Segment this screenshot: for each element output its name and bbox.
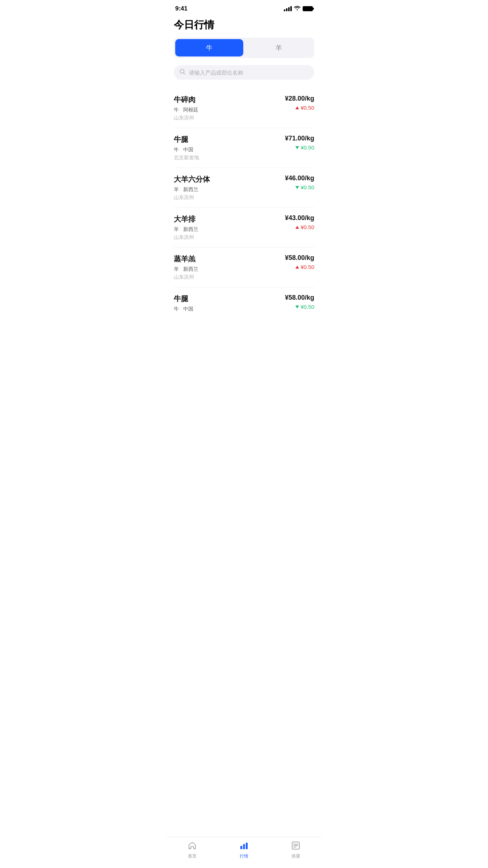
change-arrow-up bbox=[295, 226, 299, 229]
product-name: 牛碎肉 bbox=[174, 95, 198, 105]
nav-market[interactable]: 行情 bbox=[233, 841, 255, 859]
tab-cattle[interactable]: 牛 bbox=[175, 39, 243, 56]
product-left: 牛碎肉 牛 阿根廷 山东滨州 bbox=[174, 95, 198, 121]
signal-icon bbox=[284, 6, 292, 11]
product-type: 羊 bbox=[174, 266, 179, 273]
product-meta: 牛 中国 bbox=[174, 306, 193, 312]
product-price: ¥46.00/kg bbox=[285, 174, 314, 182]
page-title: 今日行情 bbox=[167, 15, 321, 38]
product-type: 牛 bbox=[174, 306, 179, 312]
product-change: ¥0.50 bbox=[285, 144, 314, 151]
product-origin: 新西兰 bbox=[183, 266, 198, 273]
product-right: ¥58.00/kg ¥0.50 bbox=[285, 294, 314, 310]
status-bar: 9:41 bbox=[167, 0, 321, 15]
product-left: 牛腿 牛 中国 bbox=[174, 294, 193, 314]
change-value: ¥0.50 bbox=[300, 184, 314, 190]
search-icon bbox=[180, 69, 185, 76]
nav-market-label: 行情 bbox=[240, 853, 248, 859]
product-name: 大羊排 bbox=[174, 214, 198, 224]
product-change: ¥0.50 bbox=[285, 264, 314, 270]
product-name: 牛腿 bbox=[174, 135, 199, 144]
product-price: ¥71.00/kg bbox=[285, 135, 314, 142]
change-value: ¥0.50 bbox=[300, 105, 314, 111]
product-type: 牛 bbox=[174, 107, 179, 113]
product-left: 大羊六分体 羊 新西兰 山东滨州 bbox=[174, 174, 210, 201]
product-left: 蒸羊羔 羊 新西兰 山东滨州 bbox=[174, 254, 198, 281]
status-icons bbox=[284, 5, 313, 12]
product-location: 北京新发地 bbox=[174, 155, 199, 161]
product-location: 山东滨州 bbox=[174, 234, 198, 241]
product-origin: 中国 bbox=[183, 147, 193, 153]
product-price: ¥28.00/kg bbox=[285, 95, 314, 102]
nav-home-label: 首页 bbox=[188, 853, 197, 859]
product-change: ¥0.50 bbox=[285, 304, 314, 310]
change-value: ¥0.50 bbox=[300, 224, 314, 230]
change-arrow-down bbox=[295, 186, 299, 189]
nav-home[interactable]: 首页 bbox=[181, 841, 203, 859]
list-item[interactable]: 牛碎肉 牛 阿根廷 山东滨州 ¥28.00/kg ¥0.50 bbox=[174, 88, 314, 128]
product-meta: 牛 阿根廷 bbox=[174, 107, 198, 113]
product-right: ¥28.00/kg ¥0.50 bbox=[285, 95, 314, 111]
change-value: ¥0.50 bbox=[300, 304, 314, 310]
product-change: ¥0.50 bbox=[285, 105, 314, 111]
status-time: 9:41 bbox=[175, 5, 188, 12]
battery-icon bbox=[303, 6, 313, 11]
product-right: ¥43.00/kg ¥0.50 bbox=[285, 214, 314, 230]
tab-switcher: 牛 羊 bbox=[174, 38, 314, 58]
bottom-tabbar: 首页 行情 供需 bbox=[167, 837, 321, 868]
supply-icon bbox=[291, 841, 300, 852]
list-item[interactable]: 牛腿 牛 中国 ¥58.00/kg ¥0.50 bbox=[174, 287, 314, 320]
product-meta: 羊 新西兰 bbox=[174, 226, 198, 233]
home-icon bbox=[188, 841, 197, 852]
product-list: 牛碎肉 牛 阿根廷 山东滨州 ¥28.00/kg ¥0.50 牛腿 牛 bbox=[167, 88, 321, 320]
nav-supply[interactable]: 供需 bbox=[285, 841, 307, 859]
list-item[interactable]: 牛腿 牛 中国 北京新发地 ¥71.00/kg ¥0.50 bbox=[174, 128, 314, 168]
list-item[interactable]: 蒸羊羔 羊 新西兰 山东滨州 ¥58.00/kg ¥0.50 bbox=[174, 248, 314, 287]
product-price: ¥43.00/kg bbox=[285, 214, 314, 222]
product-origin: 阿根廷 bbox=[183, 107, 198, 113]
wifi-icon bbox=[294, 5, 300, 12]
product-meta: 羊 新西兰 bbox=[174, 266, 198, 273]
svg-rect-1 bbox=[240, 846, 242, 849]
change-arrow-down bbox=[295, 146, 299, 149]
product-name: 蒸羊羔 bbox=[174, 254, 198, 264]
product-origin: 新西兰 bbox=[183, 226, 198, 233]
product-type: 牛 bbox=[174, 147, 179, 153]
tab-sheep[interactable]: 羊 bbox=[245, 39, 313, 56]
product-left: 牛腿 牛 中国 北京新发地 bbox=[174, 135, 199, 161]
product-location: 山东滨州 bbox=[174, 194, 210, 201]
change-arrow-down bbox=[295, 306, 299, 308]
change-value: ¥0.50 bbox=[300, 144, 314, 151]
product-change: ¥0.50 bbox=[285, 224, 314, 230]
product-origin: 中国 bbox=[183, 306, 193, 312]
product-meta: 牛 中国 bbox=[174, 147, 199, 153]
list-item[interactable]: 大羊六分体 羊 新西兰 山东滨州 ¥46.00/kg ¥0.50 bbox=[174, 168, 314, 208]
list-item[interactable]: 大羊排 羊 新西兰 山东滨州 ¥43.00/kg ¥0.50 bbox=[174, 208, 314, 248]
product-type: 羊 bbox=[174, 186, 179, 193]
product-price: ¥58.00/kg bbox=[285, 254, 314, 262]
product-name: 大羊六分体 bbox=[174, 174, 210, 184]
nav-supply-label: 供需 bbox=[291, 853, 300, 859]
product-right: ¥58.00/kg ¥0.50 bbox=[285, 254, 314, 270]
search-bar bbox=[174, 65, 314, 80]
product-origin: 新西兰 bbox=[183, 186, 198, 193]
product-right: ¥46.00/kg ¥0.50 bbox=[285, 174, 314, 190]
product-name: 牛腿 bbox=[174, 294, 193, 304]
product-left: 大羊排 羊 新西兰 山东滨州 bbox=[174, 214, 198, 241]
product-price: ¥58.00/kg bbox=[285, 294, 314, 302]
product-location: 山东滨州 bbox=[174, 115, 198, 121]
product-location: 山东滨州 bbox=[174, 274, 198, 281]
change-value: ¥0.50 bbox=[300, 264, 314, 270]
product-meta: 羊 新西兰 bbox=[174, 186, 210, 193]
search-input[interactable] bbox=[189, 69, 308, 76]
product-type: 羊 bbox=[174, 226, 179, 233]
svg-rect-2 bbox=[243, 844, 245, 849]
chart-icon bbox=[239, 841, 249, 852]
change-arrow-up bbox=[295, 106, 299, 109]
product-right: ¥71.00/kg ¥0.50 bbox=[285, 135, 314, 151]
product-change: ¥0.50 bbox=[285, 184, 314, 190]
svg-rect-3 bbox=[246, 843, 248, 849]
change-arrow-up bbox=[295, 266, 299, 269]
